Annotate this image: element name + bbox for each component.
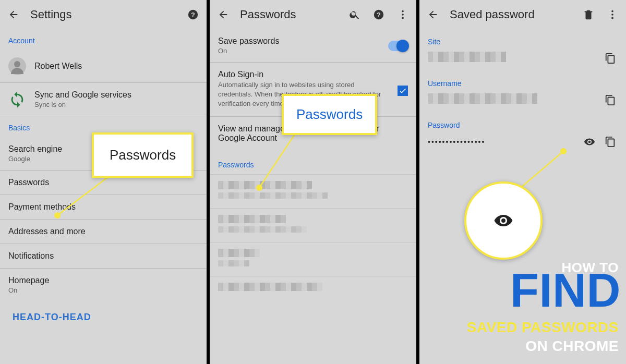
passwords-label: Passwords — [8, 178, 198, 187]
password-entry[interactable] — [210, 276, 416, 300]
auto-signin-checkbox[interactable] — [398, 86, 408, 96]
reveal-password-icon[interactable] — [582, 135, 597, 149]
svg-point-5 — [402, 14, 404, 16]
notifications-label: Notifications — [8, 251, 198, 261]
back-icon[interactable] — [216, 7, 231, 22]
homepage-label: Homepage — [8, 276, 198, 285]
sync-row[interactable]: Sync and Google services Sync is on — [0, 82, 207, 116]
appbar: Passwords ? — [210, 0, 416, 29]
password-entry[interactable] — [210, 208, 416, 242]
more-icon[interactable] — [605, 7, 620, 22]
more-icon[interactable] — [395, 7, 410, 22]
passwords-section-label: Passwords — [210, 150, 416, 174]
site-label: Site — [419, 29, 626, 48]
panel-settings: Settings ? Account Robert Wells Sync and… — [0, 0, 207, 364]
password-value: •••••••••••••••• — [428, 138, 576, 146]
copy-site-icon[interactable] — [603, 51, 618, 66]
section-account: Account — [0, 29, 207, 50]
payment-row[interactable]: Payment methods — [0, 195, 207, 219]
user-row[interactable]: Robert Wells — [0, 50, 207, 82]
back-icon[interactable] — [6, 7, 21, 22]
copy-username-icon[interactable] — [603, 93, 618, 107]
addresses-row[interactable]: Addresses and more — [0, 219, 207, 244]
save-passwords-state: On — [218, 47, 380, 55]
callout-passwords-blue: Passwords — [282, 94, 377, 135]
password-row: •••••••••••••••• — [419, 131, 626, 154]
sync-icon — [8, 91, 26, 108]
copy-password-icon[interactable] — [603, 135, 618, 149]
auto-signin-label: Auto Sign-in — [218, 70, 389, 79]
panel-passwords: Passwords ? Save passwords On Auto Sign-… — [210, 0, 416, 364]
google-account-link[interactable]: Google Account — [218, 134, 277, 142]
callout-eye-circle — [464, 181, 543, 260]
back-icon[interactable] — [426, 7, 440, 22]
svg-point-8 — [611, 14, 613, 16]
site-row — [419, 48, 626, 71]
save-passwords-toggle[interactable] — [388, 41, 408, 51]
watermark: HEAD-TO-HEAD — [13, 312, 91, 323]
sync-sub: Sync is on — [34, 101, 198, 108]
overlay-saved-passwords: SAVED PASSWORDS — [467, 319, 619, 336]
notifications-row[interactable]: Notifications — [0, 244, 207, 268]
page-title: Settings — [30, 8, 176, 21]
avatar-icon — [8, 57, 26, 75]
password-entry[interactable] — [210, 174, 416, 208]
highlight-dot — [54, 212, 61, 219]
password-label: Password — [419, 113, 626, 131]
appbar: Settings ? — [0, 0, 207, 29]
overlay-find: FIND — [510, 267, 621, 314]
svg-text:?: ? — [191, 11, 195, 19]
page-title: Saved password — [450, 8, 572, 21]
sync-title: Sync and Google services — [34, 90, 198, 100]
homepage-row[interactable]: Homepage On — [0, 268, 207, 301]
payment-label: Payment methods — [8, 202, 198, 212]
svg-point-7 — [611, 10, 613, 13]
svg-text:?: ? — [377, 11, 381, 19]
password-entry[interactable] — [210, 242, 416, 276]
overlay-on-chrome: ON CHROME — [525, 338, 619, 355]
search-icon[interactable] — [347, 7, 362, 22]
username-row — [419, 90, 626, 113]
highlight-dot — [256, 185, 262, 191]
delete-icon[interactable] — [581, 7, 596, 22]
help-icon[interactable]: ? — [371, 7, 386, 22]
save-passwords-label: Save passwords — [218, 37, 380, 46]
highlight-dot — [560, 148, 567, 154]
addresses-label: Addresses and more — [8, 227, 198, 236]
homepage-value: On — [8, 286, 198, 294]
svg-point-9 — [611, 17, 613, 19]
appbar: Saved password — [419, 0, 626, 29]
username-label: Username — [419, 71, 626, 90]
callout-passwords: Passwords — [92, 132, 194, 178]
page-title: Passwords — [240, 8, 338, 21]
save-passwords-row[interactable]: Save passwords On — [210, 29, 416, 62]
svg-point-4 — [402, 10, 404, 13]
svg-point-6 — [402, 17, 404, 19]
user-name: Robert Wells — [34, 62, 198, 71]
help-icon[interactable]: ? — [186, 7, 200, 22]
